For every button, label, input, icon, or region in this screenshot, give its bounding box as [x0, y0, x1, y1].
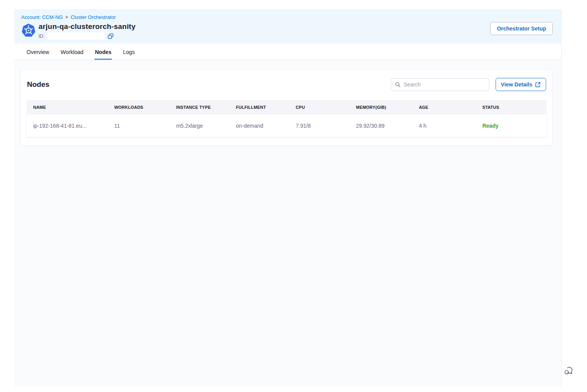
- kubernetes-icon: [21, 23, 36, 38]
- node-table-row[interactable]: ip-192-168-41-81.eu... 11 m5.2xlarge on-…: [27, 115, 547, 137]
- nodes-card-title: Nodes: [27, 80, 49, 89]
- chat-bubbles-icon: [563, 365, 575, 377]
- id-label: ID:: [39, 34, 44, 39]
- orchestrator-setup-button[interactable]: Orchestrator Setup: [490, 22, 553, 35]
- cluster-id-row: ID:: [39, 32, 135, 40]
- column-header-age: AGE: [412, 105, 476, 110]
- cluster-name: arjun-qa-clusterorch-sanity: [39, 22, 135, 31]
- cluster-id-value: [47, 32, 105, 40]
- cluster-tabs: Overview Workload Nodes Logs: [14, 44, 561, 60]
- tab-nodes[interactable]: Nodes: [94, 44, 112, 60]
- view-details-label: View Details: [501, 81, 532, 88]
- nodes-card-actions: View Details: [391, 78, 546, 91]
- view-details-button[interactable]: View Details: [496, 78, 546, 91]
- node-fulfillment-cell: on-demand: [229, 123, 289, 129]
- nodes-table: NAME WORKLOADS INSTANCE TYPE FULFILLMENT…: [27, 100, 547, 137]
- nodes-table-header: NAME WORKLOADS INSTANCE TYPE FULFILLMENT…: [27, 100, 547, 114]
- cluster-title-block: arjun-qa-clusterorch-sanity ID:: [39, 22, 135, 40]
- tab-overview[interactable]: Overview: [26, 44, 49, 60]
- search-input[interactable]: [404, 81, 485, 88]
- copy-icon[interactable]: [108, 33, 114, 39]
- cluster-orchestrator-page: Account: CCM-NG > Cluster Orchestrator: [14, 9, 562, 387]
- nodes-card-header: Nodes View Details: [27, 78, 547, 91]
- nodes-tab-content: Nodes View Details: [14, 60, 561, 387]
- breadcrumb-account-link[interactable]: Account: CCM-NG: [21, 14, 63, 20]
- breadcrumb-separator: >: [66, 15, 68, 19]
- tab-workload[interactable]: Workload: [60, 44, 84, 60]
- search-box: [391, 78, 489, 91]
- nodes-card: Nodes View Details: [20, 69, 553, 146]
- search-icon: [395, 82, 401, 88]
- node-workloads-cell: 11: [108, 123, 169, 129]
- node-instance-type-cell: m5.2xlarge: [170, 123, 229, 129]
- tab-logs[interactable]: Logs: [123, 44, 135, 60]
- column-header-status: STATUS: [476, 105, 547, 110]
- external-link-icon: [535, 82, 541, 88]
- node-cpu-cell: 7.91/8: [289, 123, 349, 129]
- page-header-banner: Account: CCM-NG > Cluster Orchestrator: [14, 9, 561, 44]
- node-status-badge: Ready: [476, 123, 547, 129]
- breadcrumb: Account: CCM-NG > Cluster Orchestrator: [21, 14, 553, 20]
- node-age-cell: 4 h: [412, 123, 476, 129]
- column-header-cpu: CPU: [289, 105, 349, 110]
- node-name-cell: ip-192-168-41-81.eu...: [27, 123, 108, 129]
- column-header-instance-type: INSTANCE TYPE: [170, 105, 229, 110]
- cluster-title-row: arjun-qa-clusterorch-sanity ID:: [21, 22, 553, 40]
- breadcrumb-cluster-orchestrator-link[interactable]: Cluster Orchestrator: [71, 14, 116, 20]
- column-header-fulfillment: FULFILLMENT: [229, 105, 289, 110]
- column-header-workloads: WORKLOADS: [108, 105, 169, 110]
- column-header-name: NAME: [27, 105, 108, 110]
- node-memory-cell: 29.92/30.89: [349, 123, 412, 129]
- column-header-memory: MEMORY(GIB): [349, 105, 412, 110]
- chat-help-button[interactable]: [563, 365, 575, 377]
